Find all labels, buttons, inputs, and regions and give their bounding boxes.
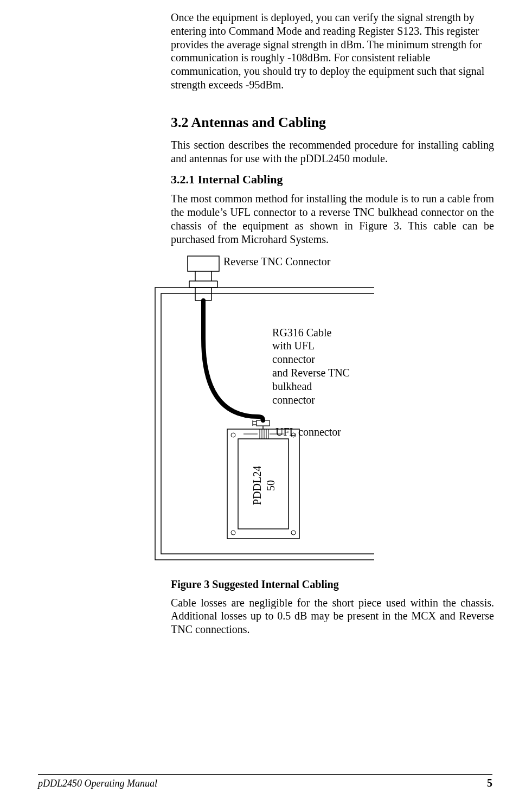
svg-point-21 — [291, 531, 296, 535]
paragraph-cable-losses: Cable losses are negligible for the shor… — [171, 596, 494, 636]
paragraph-3-2-intro: This section describes the recommended p… — [171, 138, 494, 165]
paragraph-3-2-1: The most common method for installing th… — [171, 192, 494, 246]
label-module: PDDL24 50 — [251, 465, 278, 505]
paragraph-signal-strength: Once the equipment is deployed, you can … — [171, 11, 494, 92]
figure-svg — [49, 254, 374, 566]
figure-3: Reverse TNC Connector RG316 Cable with U… — [49, 254, 374, 566]
figure-caption: Figure 3 Suggested Internal Cabling — [171, 578, 494, 591]
label-tnc: Reverse TNC Connector — [223, 255, 330, 269]
page-footer: pDDL2450 Operating Manual 5 — [38, 774, 492, 789]
page: Once the equipment is deployed, you can … — [0, 0, 532, 811]
heading-3-2-1: 3.2.1 Internal Cabling — [171, 173, 494, 187]
svg-point-18 — [231, 433, 235, 437]
heading-3-2: 3.2 Antennas and Cabling — [171, 114, 494, 131]
content-column: Once the equipment is deployed, you can … — [171, 11, 494, 636]
label-ufl: UFL connector — [275, 425, 341, 439]
footer-title: pDDL2450 Operating Manual — [38, 778, 157, 789]
label-cable: RG316 Cable with UFL connector and Rever… — [272, 326, 350, 407]
svg-rect-0 — [188, 256, 219, 271]
svg-point-20 — [231, 531, 235, 535]
page-number: 5 — [487, 777, 492, 789]
